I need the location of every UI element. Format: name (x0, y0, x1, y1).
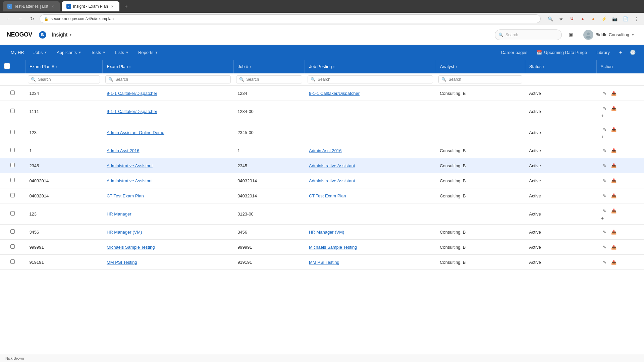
download-button[interactable]: 📥 (610, 162, 618, 170)
ext-3[interactable]: ● (589, 14, 598, 23)
row-checkbox[interactable] (10, 109, 15, 113)
notifications-button[interactable]: ▣ (566, 29, 577, 40)
job-posting-link[interactable]: HR Manager (VM) (309, 230, 344, 235)
edit-button[interactable]: ✎ (600, 125, 608, 133)
search-job-posting[interactable]: 🔍 (308, 75, 433, 83)
nav-my-hr[interactable]: My HR (7, 45, 28, 60)
job-posting-link[interactable]: Administrative Assistant (309, 163, 355, 168)
exam-plan-link[interactable]: 9-1-1 Calltaker/Dispatcher (107, 91, 157, 96)
exam-plan-link[interactable]: Administrative Assistant (107, 163, 153, 168)
ext-4[interactable]: ⚡ (600, 14, 608, 23)
edit-button[interactable]: ✎ (600, 104, 608, 112)
row-checkbox[interactable] (10, 244, 15, 249)
add-button[interactable]: + (616, 48, 625, 57)
upcoming-data-purge-btn[interactable]: 📅 Upcoming Data Purge (533, 45, 590, 60)
career-pages-btn[interactable]: Career pages (498, 45, 531, 60)
edit-button[interactable]: ✎ (600, 192, 608, 200)
edit-button[interactable]: ✎ (600, 243, 608, 251)
job-posting-link[interactable]: Administrative Assistant (309, 178, 355, 183)
download-button[interactable]: 📥 (610, 243, 618, 251)
row-checkbox[interactable] (10, 148, 15, 152)
download-button[interactable]: 📥 (610, 89, 618, 97)
header-exam-plan-num[interactable]: Exam Plan # ↕ (25, 60, 103, 73)
job-posting-link[interactable]: Admin Asst 2016 (309, 148, 342, 153)
global-search[interactable]: 🔍 Search (495, 29, 562, 40)
search-exam-plan-num-input[interactable] (38, 77, 97, 82)
tab-close-1[interactable]: ✕ (50, 4, 55, 9)
search-analyst[interactable]: 🔍 (438, 75, 522, 83)
edit-button[interactable]: ✎ (600, 162, 608, 170)
add-tab-button[interactable]: + (121, 2, 131, 11)
header-analyst[interactable]: Analyst ↕ (436, 60, 525, 73)
download-button[interactable]: 📥 (610, 104, 618, 112)
star-button[interactable]: ★ (557, 14, 566, 23)
edit-button[interactable]: ✎ (600, 89, 608, 97)
row-checkbox[interactable] (10, 130, 15, 134)
job-posting-link[interactable]: 9-1-1 Calltaker/Dispatcher (309, 91, 360, 96)
edit-button[interactable]: ✎ (600, 177, 608, 185)
nav-lists[interactable]: Lists ▼ (111, 45, 133, 60)
search-analyst-input[interactable] (448, 77, 519, 82)
exam-plan-link[interactable]: Admin Asst 2016 (107, 148, 140, 153)
nav-applicants[interactable]: Applicants ▼ (53, 45, 86, 60)
row-checkbox[interactable] (10, 229, 15, 234)
header-job-num[interactable]: Job # ↕ (233, 60, 305, 73)
search-exam-plan-input[interactable] (115, 77, 228, 82)
download-button[interactable]: 📥 (610, 125, 618, 133)
exam-plan-link[interactable]: HR Manager (VM) (107, 230, 142, 235)
search-job-num-input[interactable] (246, 77, 299, 82)
edit-button[interactable]: ✎ (600, 228, 608, 236)
download-button[interactable]: 📥 (610, 177, 618, 185)
address-bar[interactable]: 🔒 secure.neogov.com/v4/ui/examplan (40, 14, 541, 23)
download-button[interactable]: 📥 (610, 192, 618, 200)
row-checkbox[interactable] (10, 259, 15, 264)
user-area[interactable]: Biddle Consulting ▼ (581, 28, 637, 41)
ext-5[interactable]: 📷 (610, 14, 619, 23)
exam-plan-link[interactable]: Administrative Assistant (107, 178, 153, 183)
nav-jobs[interactable]: Jobs ▼ (30, 45, 51, 60)
exam-plan-link[interactable]: Michaels Sample Testing (107, 245, 155, 250)
more-button[interactable]: ⋮ (632, 14, 641, 23)
zoom-button[interactable]: 🔍 (546, 14, 555, 23)
nav-reports[interactable]: Reports ▼ (134, 45, 162, 60)
exam-plan-link[interactable]: HR Manager (107, 212, 131, 217)
exam-plan-link[interactable]: Admin Assistant Online Demo (107, 130, 164, 135)
row-checkbox[interactable] (10, 163, 15, 167)
nav-tests[interactable]: Tests ▼ (87, 45, 110, 60)
exam-plan-link[interactable]: MM PSI Testing (107, 260, 137, 265)
search-exam-plan[interactable]: 🔍 (105, 75, 231, 83)
forward-button[interactable]: → (15, 14, 25, 23)
header-exam-plan[interactable]: Exam Plan ↕ (103, 60, 233, 73)
exam-plan-link[interactable]: 9-1-1 Calltaker/Dispatcher (107, 109, 157, 114)
download-button[interactable]: 📥 (610, 207, 618, 215)
ext-2[interactable]: ● (578, 14, 587, 23)
add-row-button[interactable]: + (601, 134, 604, 139)
search-exam-plan-num[interactable]: 🔍 (28, 75, 100, 83)
download-button[interactable]: 📥 (610, 258, 618, 266)
download-button[interactable]: 📥 (610, 146, 618, 155)
header-status[interactable]: Status ↕ (525, 60, 596, 73)
tab-insight-exam-plan[interactable]: I Insight - Exam Plan ✕ (62, 1, 119, 11)
row-checkbox[interactable] (10, 178, 15, 182)
row-checkbox[interactable] (10, 90, 15, 95)
history-button[interactable]: 🕐 (628, 48, 637, 57)
job-posting-link[interactable]: Michaels Sample Testing (309, 245, 357, 250)
ext-1[interactable]: U (568, 14, 576, 23)
row-checkbox[interactable] (10, 211, 15, 216)
download-button[interactable]: 📥 (610, 228, 618, 236)
add-row-button[interactable]: + (601, 216, 604, 221)
job-posting-link[interactable]: CT Test Exam Plan (309, 193, 346, 198)
edit-button[interactable]: ✎ (600, 258, 608, 266)
add-row-button[interactable]: + (601, 113, 604, 118)
ext-6[interactable]: 📄 (621, 14, 630, 23)
edit-button[interactable]: ✎ (600, 207, 608, 215)
insight-app-label[interactable]: Insight ▼ (52, 32, 72, 38)
row-checkbox[interactable] (10, 193, 15, 197)
back-button[interactable]: ← (3, 14, 13, 23)
search-job-num[interactable]: 🔍 (236, 75, 302, 83)
header-job-posting[interactable]: Job Posting ↕ (305, 60, 436, 73)
library-btn[interactable]: Library (593, 45, 613, 60)
exam-plan-link[interactable]: CT Test Exam Plan (107, 193, 144, 198)
edit-button[interactable]: ✎ (600, 146, 608, 155)
job-posting-link[interactable]: MM PSI Testing (309, 260, 339, 265)
